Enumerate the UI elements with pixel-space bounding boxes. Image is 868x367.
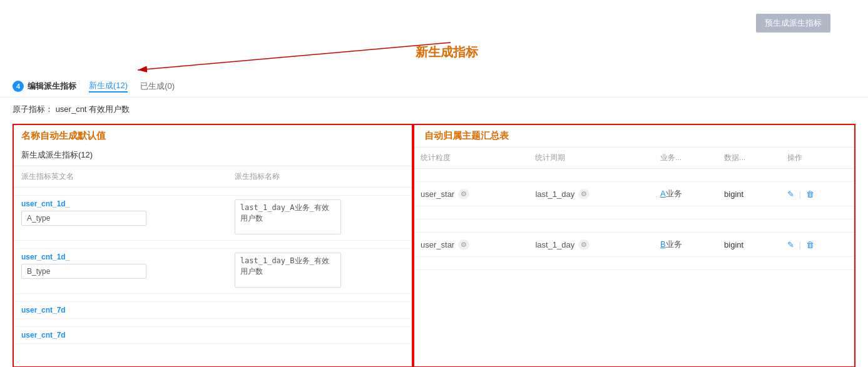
edit-link[interactable]: ✎ — [787, 189, 794, 199]
chinese-name-cell — [227, 327, 412, 344]
chinese-name-textarea[interactable]: last_1_day_A业务_有效用户数 — [235, 199, 341, 234]
action-cell: ✎ | 🗑 — [781, 182, 854, 206]
table-row: user_cnt_1d_ last_1_day_B业务_有效用户数 — [14, 249, 412, 294]
business-cell: B业务 — [654, 233, 718, 257]
business-value: B业务 — [660, 239, 682, 249]
action-cell: ✎ | 🗑 — [781, 233, 854, 257]
english-name-primary: user_cnt_7d — [21, 331, 220, 339]
datatype-value: bigint — [724, 240, 743, 249]
granularity-value: user_star — [421, 240, 454, 249]
spacer-row — [414, 219, 854, 233]
english-name-cell: user_cnt_1d_ — [14, 249, 227, 294]
delete-link[interactable]: 🗑 — [806, 240, 814, 249]
period-value: last_1_day — [535, 240, 574, 249]
english-name-cell: user_cnt_7d — [14, 327, 227, 344]
period-icon[interactable]: ⚙ — [578, 189, 590, 199]
col-period: 统计周期 — [529, 148, 654, 169]
granularity-value: user_star — [421, 189, 454, 199]
datatype-cell: bigint — [718, 233, 781, 257]
english-name-input[interactable] — [21, 264, 146, 279]
spacer-row — [414, 257, 854, 270]
right-table: 统计粒度 统计周期 业务... 数据... 操作 user_star ⚙ las… — [414, 147, 854, 270]
chinese-name-cell: last_1_day_A业务_有效用户数 — [227, 196, 412, 241]
action-divider: | — [799, 240, 801, 249]
tab-new-generated[interactable]: 新生成(12) — [89, 80, 128, 93]
right-panel: 自动归属主题汇总表 统计粒度 统计周期 业务... 数据... 操作 user_… — [413, 124, 855, 367]
spacer-row — [14, 241, 412, 249]
granularity-cell: user_star ⚙ — [414, 233, 529, 257]
left-panel-subheader: 新生成派生指标(12) — [14, 147, 412, 166]
tab-row: 4 编辑派生指标 新生成(12) 已生成(0) — [0, 75, 868, 98]
chinese-name-cell: last_1_day_B业务_有效用户数 — [227, 249, 412, 294]
english-name-primary: user_cnt_7d — [21, 306, 220, 314]
period-value: last_1_day — [535, 189, 574, 199]
annotation-area: 新生成指标 — [0, 38, 868, 75]
top-bar: 预生成派生指标 — [0, 0, 868, 38]
english-name-cell: user_cnt_1d_ — [14, 196, 227, 241]
right-table-header: 统计粒度 统计周期 业务... 数据... 操作 — [414, 148, 854, 169]
business-cell: A业务 — [654, 182, 718, 206]
col-business: 业务... — [654, 148, 718, 169]
step-badge: 4 — [13, 81, 24, 92]
table-row: user_cnt_7d — [14, 302, 412, 319]
main-content: 名称自动生成默认值 新生成派生指标(12) 派生指标英文名 派生指标名称 use… — [0, 124, 868, 367]
granularity-icon[interactable]: ⚙ — [458, 189, 469, 199]
period-cell: last_1_day ⚙ — [529, 233, 654, 257]
atom-info: 原子指标： user_cnt 有效用户数 — [0, 98, 868, 121]
annotation-title: 新生成指标 — [416, 44, 478, 61]
step-label: 编辑派生指标 — [28, 81, 76, 92]
table-row: user_cnt_1d_ last_1_day_A业务_有效用户数 — [14, 196, 412, 241]
right-panel-title: 自动归属主题汇总表 — [414, 125, 854, 147]
atom-label: 原子指标： — [13, 104, 53, 114]
atom-value: user_cnt 有效用户数 — [56, 104, 130, 114]
english-name-input[interactable] — [21, 211, 146, 226]
chinese-name-cell — [227, 302, 412, 319]
table-row: user_cnt_7d — [14, 327, 412, 344]
english-name-primary: user_cnt_1d_ — [21, 199, 220, 208]
col-action: 操作 — [781, 148, 854, 169]
col-granularity: 统计粒度 — [414, 148, 529, 169]
edit-link[interactable]: ✎ — [787, 240, 794, 249]
pre-generate-button[interactable]: 预生成派生指标 — [756, 14, 830, 33]
spacer-row — [14, 319, 412, 327]
period-cell: last_1_day ⚙ — [529, 182, 654, 206]
delete-link[interactable]: 🗑 — [806, 189, 814, 199]
action-divider: | — [799, 189, 801, 199]
chinese-name-textarea[interactable]: last_1_day_B业务_有效用户数 — [235, 253, 341, 288]
table-row: user_star ⚙ last_1_day ⚙ A业务 bigint ✎ | … — [414, 182, 854, 206]
left-panel-title: 名称自动生成默认值 — [14, 125, 412, 147]
step-4: 4 编辑派生指标 — [13, 81, 76, 92]
spacer-row — [414, 169, 854, 182]
col-chinese-name: 派生指标名称 — [227, 166, 412, 188]
period-icon[interactable]: ⚙ — [578, 239, 590, 250]
col-datatype: 数据... — [718, 148, 781, 169]
tab-already-generated[interactable]: 已生成(0) — [140, 81, 175, 92]
english-name-primary: user_cnt_1d_ — [21, 253, 220, 261]
left-panel: 名称自动生成默认值 新生成派生指标(12) 派生指标英文名 派生指标名称 use… — [13, 124, 413, 367]
english-name-cell: user_cnt_7d — [14, 302, 227, 319]
col-english-name: 派生指标英文名 — [14, 166, 227, 188]
datatype-cell: bigint — [718, 182, 781, 206]
datatype-value: bigint — [724, 189, 743, 199]
granularity-icon[interactable]: ⚙ — [458, 239, 469, 250]
spacer-row — [14, 188, 412, 196]
svg-line-1 — [138, 43, 451, 70]
spacer-row — [414, 206, 854, 219]
spacer-row — [14, 294, 412, 302]
table-row: user_star ⚙ last_1_day ⚙ B业务 bigint ✎ | … — [414, 233, 854, 257]
left-table: 派生指标英文名 派生指标名称 user_cnt_1d_ last_1_day_A… — [14, 166, 412, 344]
business-value: A业务 — [660, 189, 682, 198]
granularity-cell: user_star ⚙ — [414, 182, 529, 206]
left-table-header: 派生指标英文名 派生指标名称 — [14, 166, 412, 188]
